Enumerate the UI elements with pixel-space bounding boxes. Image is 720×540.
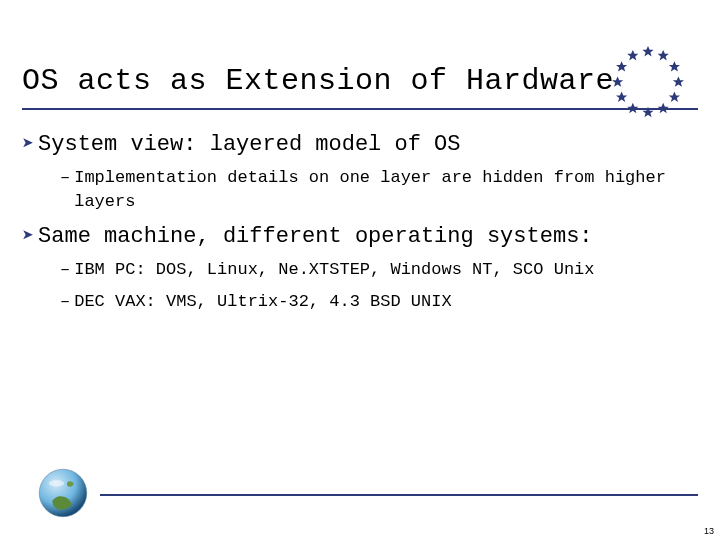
dash-bullet-icon: –	[60, 258, 70, 282]
slide: OS acts as Extension of Hardware ➤ Syste…	[0, 0, 720, 540]
bullet-level2: – IBM PC: DOS, Linux, Ne.XTSTEP, Windows…	[60, 258, 698, 282]
bullet-level2: – DEC VAX: VMS, Ultrix-32, 4.3 BSD UNIX	[60, 290, 698, 314]
subbullet-text: Implementation details on one layer are …	[74, 166, 698, 214]
arrow-bullet-icon: ➤	[22, 132, 34, 158]
footer-rule	[100, 494, 698, 496]
content-area: ➤ System view: layered model of OS – Imp…	[22, 122, 698, 318]
subbullet-text: DEC VAX: VMS, Ultrix-32, 4.3 BSD UNIX	[74, 290, 451, 314]
globe-icon	[36, 466, 90, 520]
svg-marker-8	[616, 92, 627, 102]
svg-marker-2	[669, 61, 680, 71]
svg-marker-3	[673, 76, 684, 86]
svg-marker-1	[658, 50, 669, 60]
title-row: OS acts as Extension of Hardware	[22, 64, 698, 98]
slide-title: OS acts as Extension of Hardware	[22, 64, 614, 98]
svg-marker-7	[627, 103, 638, 113]
dash-bullet-icon: –	[60, 166, 70, 190]
svg-marker-6	[642, 107, 653, 117]
svg-marker-10	[616, 61, 627, 71]
bullet-level2: – Implementation details on one layer ar…	[60, 166, 698, 214]
arrow-bullet-icon: ➤	[22, 224, 34, 250]
eu-stars-icon	[608, 42, 688, 122]
bullet-text: System view: layered model of OS	[38, 132, 460, 158]
title-rule	[22, 108, 698, 110]
page-number: 13	[704, 526, 714, 536]
svg-point-13	[49, 480, 64, 486]
svg-marker-11	[627, 50, 638, 60]
bullet-level1: ➤ System view: layered model of OS	[22, 132, 698, 158]
bullet-text: Same machine, different operating system…	[38, 224, 593, 250]
subbullet-text: IBM PC: DOS, Linux, Ne.XTSTEP, Windows N…	[74, 258, 594, 282]
dash-bullet-icon: –	[60, 290, 70, 314]
svg-point-12	[39, 469, 87, 517]
svg-marker-5	[658, 103, 669, 113]
bullet-level1: ➤ Same machine, different operating syst…	[22, 224, 698, 250]
svg-marker-9	[612, 76, 623, 86]
svg-marker-0	[642, 46, 653, 56]
svg-marker-4	[669, 92, 680, 102]
